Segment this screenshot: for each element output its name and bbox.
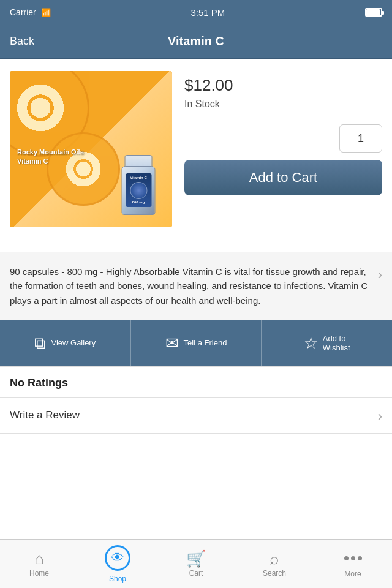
- write-review-label: Write a Review: [10, 409, 80, 421]
- action-buttons: ⧉ View Gallery ✉ Tell a Friend ☆ Add toW…: [0, 320, 392, 367]
- tab-more[interactable]: More: [314, 540, 392, 588]
- cart-label: Cart: [189, 569, 203, 578]
- tell-friend-button[interactable]: ✉ Tell a Friend: [131, 320, 262, 366]
- quantity-input[interactable]: 1: [339, 124, 382, 153]
- brand-text: Rocky Mountain Oils Vitamin C: [17, 148, 84, 167]
- email-icon: ✉: [165, 335, 179, 351]
- nav-bar: Back Vitamin C: [0, 24, 392, 59]
- page-title: Vitamin C: [168, 34, 224, 48]
- main-content: Rocky Mountain Oils Vitamin C Vitamin C …: [0, 59, 392, 539]
- home-icon: ⌂: [34, 551, 44, 567]
- tab-shop[interactable]: 👁 Shop: [78, 540, 157, 588]
- more-label: More: [344, 570, 361, 578]
- tab-cart[interactable]: 🛒 Cart: [157, 540, 235, 588]
- cart-icon: 🛒: [186, 551, 206, 567]
- search-icon: ⌕: [270, 551, 279, 567]
- battery-icon: [365, 8, 382, 17]
- gallery-icon: ⧉: [34, 335, 46, 351]
- search-label: Search: [263, 569, 286, 578]
- wifi-icon: 📶: [41, 8, 51, 17]
- tab-bar: ⌂ Home 👁 Shop 🛒 Cart ⌕ Search More: [0, 539, 392, 588]
- bottle-image: Vitamin C 800 mg: [117, 154, 160, 215]
- more-dots-icon: [344, 550, 362, 567]
- status-bar: Carrier 📶 3:51 PM: [0, 0, 392, 24]
- ratings-title: No Ratings: [10, 377, 382, 390]
- home-label: Home: [29, 569, 49, 578]
- add-to-cart-button[interactable]: Add to Cart: [184, 160, 382, 195]
- description-section[interactable]: 90 capsules - 800 mg - Highly Absorbable…: [0, 252, 392, 320]
- carrier-label: Carrier: [10, 7, 36, 17]
- shop-label: Shop: [109, 575, 126, 583]
- product-image: Rocky Mountain Oils Vitamin C Vitamin C …: [10, 71, 172, 227]
- product-price: $12.00: [184, 76, 382, 95]
- product-section: Rocky Mountain Oils Vitamin C Vitamin C …: [0, 59, 392, 239]
- star-icon: ☆: [304, 335, 318, 351]
- view-gallery-button[interactable]: ⧉ View Gallery: [0, 320, 131, 366]
- shop-icon: 👁: [111, 551, 124, 565]
- product-stock: In Stock: [184, 99, 382, 110]
- write-review-chevron: ›: [378, 409, 382, 424]
- product-description: 90 capsules - 800 mg - Highly Absorbable…: [10, 265, 373, 307]
- tab-search[interactable]: ⌕ Search: [235, 540, 314, 588]
- tell-friend-label: Tell a Friend: [184, 338, 227, 348]
- back-button[interactable]: Back: [10, 35, 34, 48]
- write-review-section[interactable]: Write a Review ›: [0, 398, 392, 434]
- chevron-right-icon: ›: [378, 267, 382, 283]
- gallery-label: View Gallery: [51, 338, 96, 348]
- add-wishlist-button[interactable]: ☆ Add toWishlist: [262, 320, 392, 366]
- tab-home[interactable]: ⌂ Home: [0, 540, 78, 588]
- wishlist-label: Add toWishlist: [323, 334, 350, 353]
- product-info: $12.00 In Stock 1 Add to Cart: [184, 71, 382, 227]
- ratings-section: No Ratings: [0, 367, 392, 398]
- shop-circle: 👁: [105, 545, 130, 571]
- time-label: 3:51 PM: [190, 7, 225, 18]
